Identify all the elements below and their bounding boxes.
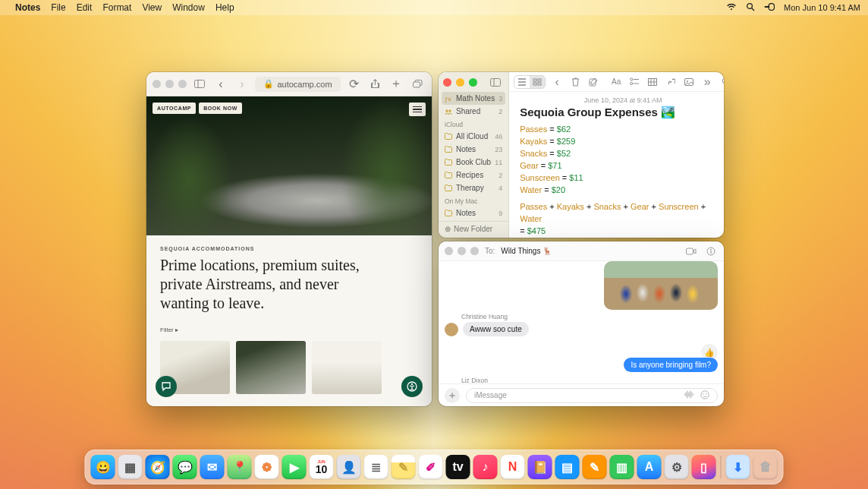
menu-help[interactable]: Help bbox=[215, 2, 234, 13]
sidebar-item[interactable]: Notes9 bbox=[439, 207, 508, 219]
sidebar-item[interactable]: Recipes2 bbox=[439, 169, 508, 181]
dock-facetime[interactable]: ▶︎ bbox=[282, 455, 307, 479]
menu-view[interactable]: View bbox=[142, 2, 162, 13]
menu-clock[interactable]: Mon Jun 10 9:41 AM bbox=[784, 3, 860, 12]
dock-trash[interactable]: 🗑 bbox=[753, 455, 778, 479]
facetime-icon[interactable] bbox=[684, 248, 698, 255]
dock-contacts[interactable]: 👤 bbox=[337, 455, 361, 479]
sidebar-item[interactable]: Shared2 bbox=[439, 105, 508, 118]
menu-window[interactable]: Window bbox=[172, 2, 205, 13]
dock-appstore[interactable]: A bbox=[637, 455, 662, 479]
notes-toolbar: ‹ Aa » bbox=[509, 72, 724, 92]
table-icon[interactable] bbox=[646, 78, 659, 86]
dock-mail[interactable]: ✉︎ bbox=[200, 455, 225, 479]
svg-rect-10 bbox=[491, 78, 501, 86]
back-icon[interactable]: ‹ bbox=[212, 77, 229, 92]
dock-reminders[interactable]: ≣ bbox=[364, 455, 388, 479]
address-bar[interactable]: 🔒 autocamp.com bbox=[255, 77, 341, 92]
new-tab-icon[interactable]: ＋ bbox=[388, 77, 404, 92]
sidebar-icon[interactable] bbox=[191, 77, 208, 92]
info-icon[interactable] bbox=[704, 247, 718, 256]
audio-record-icon[interactable] bbox=[684, 390, 694, 401]
svg-rect-7 bbox=[413, 82, 420, 87]
list-view-icon[interactable] bbox=[514, 76, 530, 88]
compose-icon[interactable] bbox=[587, 77, 600, 87]
dock-pages[interactable]: ✎ bbox=[583, 455, 607, 479]
emoji-icon[interactable] bbox=[700, 390, 709, 401]
more-icon[interactable]: » bbox=[700, 75, 714, 89]
sidebar-toggle-icon[interactable] bbox=[487, 74, 504, 90]
message-bubble-mine[interactable]: Is anyone bringing film? bbox=[624, 358, 718, 372]
trash-icon[interactable] bbox=[568, 77, 582, 87]
dock-launchpad[interactable]: ▦ bbox=[118, 455, 143, 479]
safari-traffic-lights[interactable] bbox=[153, 80, 187, 88]
avatar[interactable] bbox=[445, 323, 458, 336]
to-value[interactable]: Wild Things 🦌 bbox=[501, 247, 552, 255]
menu-format[interactable]: Format bbox=[102, 2, 131, 13]
dock-calendar[interactable]: JUN10 bbox=[310, 455, 334, 479]
menu-app[interactable]: Notes bbox=[15, 2, 40, 13]
message-input[interactable]: iMessage bbox=[466, 388, 718, 403]
tabs-icon[interactable] bbox=[409, 77, 426, 92]
sidebar-item[interactable]: Book Club11 bbox=[439, 156, 508, 169]
filter-button[interactable]: Filter ▸ bbox=[160, 327, 418, 333]
sidebar-item[interactable]: Notes23 bbox=[439, 143, 508, 156]
messages-traffic-lights[interactable] bbox=[445, 247, 479, 255]
dock-messages[interactable]: 💬 bbox=[173, 455, 197, 479]
menu-edit[interactable]: Edit bbox=[77, 2, 93, 13]
dock-safari[interactable]: 🧭 bbox=[146, 455, 170, 479]
dock-photos[interactable]: ❁ bbox=[255, 455, 279, 479]
book-now-button[interactable]: BOOK NOW bbox=[199, 103, 242, 114]
format-icon[interactable]: Aa bbox=[609, 77, 623, 86]
dock-tv[interactable]: tv bbox=[446, 455, 470, 479]
dock-maps[interactable]: 📍 bbox=[228, 455, 252, 479]
checklist-icon[interactable] bbox=[627, 77, 641, 86]
link-icon[interactable] bbox=[664, 77, 678, 87]
chat-fab-icon[interactable] bbox=[156, 376, 177, 397]
dock-news[interactable]: N bbox=[501, 455, 525, 479]
menu-file[interactable]: File bbox=[51, 2, 65, 13]
share-icon[interactable] bbox=[366, 77, 383, 92]
media-icon[interactable] bbox=[682, 78, 696, 86]
forward-icon[interactable]: › bbox=[234, 77, 250, 92]
safari-window: ‹ › 🔒 autocamp.com ⟳ ＋ AUTOCAMP BOOK NOW… bbox=[146, 72, 432, 406]
dock-journal[interactable]: 📔 bbox=[528, 455, 552, 479]
brand-logo[interactable]: AUTOCAMP bbox=[153, 103, 196, 114]
messages-thread[interactable]: Christine Huang Awww soo cute 👍 Is anyon… bbox=[439, 261, 724, 383]
svg-point-38 bbox=[706, 393, 707, 395]
back-icon[interactable]: ‹ bbox=[550, 75, 564, 89]
plus-button[interactable]: ＋ bbox=[445, 388, 460, 403]
control-center-icon[interactable] bbox=[764, 3, 775, 12]
dock-iphone-mirror[interactable]: ▯ bbox=[692, 455, 716, 479]
wifi-icon[interactable] bbox=[726, 3, 737, 12]
dock-settings[interactable]: ⚙︎ bbox=[665, 455, 689, 479]
search-icon[interactable] bbox=[719, 77, 724, 86]
svg-point-36 bbox=[701, 390, 709, 398]
photo-attachment[interactable] bbox=[604, 261, 718, 310]
dock-downloads[interactable]: ⬇︎ bbox=[726, 455, 750, 479]
reload-icon[interactable]: ⟳ bbox=[345, 77, 362, 92]
grid-view-icon[interactable] bbox=[530, 76, 545, 88]
sender-name: Christine Huang bbox=[461, 313, 718, 320]
message-bubble[interactable]: Awww soo cute bbox=[463, 322, 529, 336]
menu-bar: Notes File Edit Format View Window Help … bbox=[0, 0, 868, 15]
view-segment[interactable] bbox=[514, 75, 546, 89]
new-folder-button[interactable]: ⊕ New Folder bbox=[439, 221, 508, 238]
dock-freeform[interactable]: ✐ bbox=[419, 455, 443, 479]
dock-finder[interactable]: 😀 bbox=[91, 455, 115, 479]
dock-keynote[interactable]: ▤ bbox=[555, 455, 580, 479]
dock-music[interactable]: ♪ bbox=[473, 455, 498, 479]
search-icon[interactable] bbox=[746, 2, 755, 13]
dock-numbers[interactable]: ▥ bbox=[610, 455, 634, 479]
sidebar-item[interactable]: Therapy4 bbox=[439, 181, 508, 194]
sidebar-item[interactable]: All iCloud46 bbox=[439, 130, 508, 143]
svg-line-1 bbox=[752, 8, 754, 11]
dock-notes[interactable]: ✎ bbox=[392, 455, 416, 479]
notes-traffic-lights[interactable] bbox=[443, 78, 477, 87]
thumb-3[interactable] bbox=[312, 341, 382, 394]
hamburger-icon[interactable] bbox=[409, 103, 426, 116]
accessibility-fab-icon[interactable] bbox=[401, 376, 423, 397]
sidebar-item[interactable]: ƒxMath Notes3 bbox=[442, 92, 505, 105]
note-body[interactable]: June 10, 2024 at 9:41 AM Sequoia Group E… bbox=[509, 92, 724, 238]
thumb-2[interactable] bbox=[236, 341, 306, 394]
